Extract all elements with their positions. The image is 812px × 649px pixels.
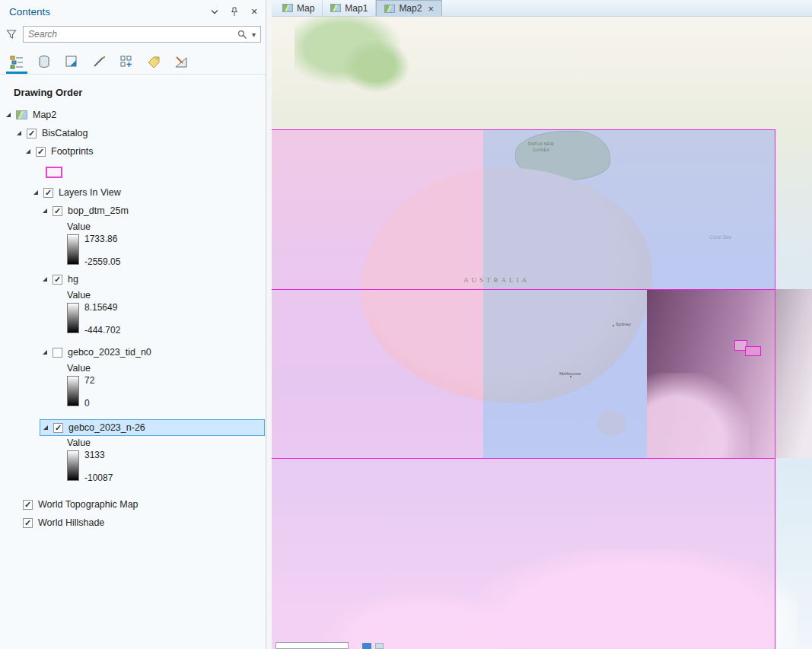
pane-title: Contents xyxy=(9,6,50,17)
color-ramp-block: 1733.86 -2559.05 xyxy=(67,234,266,267)
tree-item-label: BisCatalog xyxy=(42,128,88,138)
filter-icon[interactable] xyxy=(5,29,18,40)
small-footprint-rect xyxy=(745,346,761,356)
tree-item-label: Footprints xyxy=(51,146,94,157)
map-navigation-icon[interactable] xyxy=(375,643,384,649)
grayscale-ramp[interactable] xyxy=(67,234,79,265)
expander-icon[interactable] xyxy=(43,277,47,282)
layer-name: World Topographic Map xyxy=(38,499,139,510)
layer-name: gebco_2023_tid_n0 xyxy=(68,347,151,358)
raster-overlay-pink xyxy=(272,458,775,649)
footprint-symbol-row xyxy=(46,162,266,182)
arcgis-window: Contents × Search ▾ xyxy=(0,0,812,649)
layer-checkbox[interactable]: ✓ xyxy=(53,423,63,433)
expander-icon[interactable] xyxy=(6,113,11,117)
tree-item-label: Layers In View xyxy=(59,187,121,198)
contents-pane: Contents × Search ▾ xyxy=(0,0,266,649)
layer-checkbox[interactable]: ✓ xyxy=(27,129,37,138)
view-tabbar: Map Map1 Map2 × xyxy=(272,0,812,17)
scale-readout[interactable] xyxy=(275,642,349,649)
grayscale-ramp[interactable] xyxy=(67,376,79,406)
layer-checkbox[interactable]: ✓ xyxy=(36,147,46,157)
ramp-max-value: 8.15649 xyxy=(84,302,120,313)
raster-overlay-lavender xyxy=(483,129,775,289)
pin-icon[interactable] xyxy=(229,6,240,17)
search-input[interactable]: Search ▾ xyxy=(23,26,261,43)
value-label: Value xyxy=(67,220,266,234)
grayscale-ramp[interactable] xyxy=(67,303,79,333)
raster-overlay-pink xyxy=(272,129,483,289)
tree-item-biscatalog[interactable]: ✓ BisCatalog xyxy=(0,124,266,142)
map-label-coral-sea: Coral Sea xyxy=(709,234,731,240)
value-label: Value xyxy=(67,436,266,450)
expander-icon[interactable] xyxy=(43,425,48,430)
expander-icon[interactable] xyxy=(26,149,30,154)
ramp-min-value: -10087 xyxy=(84,472,113,483)
tab-map1[interactable]: Map1 xyxy=(323,0,376,16)
color-ramp-block: 3133 -10087 xyxy=(67,450,266,483)
layer-tree: Map2 ✓ BisCatalog ✓ Footprints ✓ Layers … xyxy=(0,106,266,532)
layer-checkbox[interactable] xyxy=(53,348,62,358)
list-by-editing-button[interactable] xyxy=(88,51,110,74)
layer-item-world-hillshade[interactable]: ✓ World Hillshade xyxy=(0,514,266,532)
list-by-labeling-button[interactable] xyxy=(143,51,164,74)
grayscale-ramp[interactable] xyxy=(67,450,79,481)
ramp-min-value: 0 xyxy=(84,398,94,409)
close-pane-icon[interactable]: × xyxy=(249,6,260,17)
map-thumbnail-icon xyxy=(282,4,293,12)
tab-map2[interactable]: Map2 × xyxy=(376,0,442,16)
tree-item-layers-in-view[interactable]: ✓ Layers In View xyxy=(0,183,266,202)
pane-header: Contents × xyxy=(0,0,266,23)
layer-checkbox[interactable]: ✓ xyxy=(23,518,33,528)
contents-toolbar xyxy=(0,47,266,75)
expander-icon[interactable] xyxy=(43,350,47,355)
tree-item-map2[interactable]: Map2 xyxy=(0,106,266,124)
pane-splitter[interactable] xyxy=(266,0,272,649)
layer-item-world-topographic-map[interactable]: ✓ World Topographic Map xyxy=(0,495,266,514)
map-label-papua-new-guinea: PAPUA NEW GUINEA xyxy=(521,142,561,153)
layer-item-hg[interactable]: ✓ hg xyxy=(0,270,266,288)
layer-item-gebco-2023-n-26[interactable]: ✓ gebco_2023_n-26 xyxy=(40,419,265,436)
raster-overlay-pink xyxy=(647,289,775,458)
layer-name: gebco_2023_n-26 xyxy=(68,422,145,433)
ramp-max-value: 72 xyxy=(84,375,94,386)
layer-checkbox[interactable]: ✓ xyxy=(43,188,53,198)
list-by-snapping-button[interactable] xyxy=(116,51,137,74)
search-icon[interactable] xyxy=(237,30,247,40)
tab-label: Map1 xyxy=(345,3,368,14)
layer-checkbox[interactable]: ✓ xyxy=(53,275,62,285)
layer-name: bop_dtm_25m xyxy=(68,205,129,216)
expander-icon[interactable] xyxy=(33,190,38,195)
map-thumbnail-icon xyxy=(384,5,395,13)
layer-checkbox[interactable]: ✓ xyxy=(53,206,62,216)
layer-item-gebco-2023-tid-n0[interactable]: gebco_2023_tid_n0 xyxy=(0,343,266,361)
tree-item-footprints[interactable]: ✓ Footprints xyxy=(0,142,266,161)
map-label-sydney: Sydney xyxy=(616,322,631,326)
expander-icon[interactable] xyxy=(43,208,47,213)
drawing-order-heading: Drawing Order xyxy=(14,87,266,98)
expander-icon[interactable] xyxy=(17,131,21,135)
search-dropdown-icon[interactable]: ▾ xyxy=(252,30,256,39)
footprint-border xyxy=(272,129,775,130)
city-dot xyxy=(613,325,614,326)
list-by-drawing-order-button[interactable] xyxy=(6,51,27,74)
landmass-green-patch xyxy=(342,40,410,93)
footprint-border xyxy=(272,289,775,290)
tab-label: Map2 xyxy=(399,3,422,14)
layer-item-bop-dtm-25m[interactable]: ✓ bop_dtm_25m xyxy=(0,202,266,220)
list-by-perspective-button[interactable] xyxy=(170,51,192,74)
footprint-symbol-swatch[interactable] xyxy=(46,167,62,178)
ramp-min-value: -2559.05 xyxy=(84,256,120,267)
map-thumbnail-icon xyxy=(16,110,27,119)
list-by-selection-button[interactable] xyxy=(61,51,82,74)
color-ramp-block: 72 0 xyxy=(67,375,266,409)
chevron-down-icon[interactable] xyxy=(209,6,220,17)
map-view-container: Map Map1 Map2 × xyxy=(272,0,812,649)
footprint-border xyxy=(272,458,775,459)
layer-checkbox[interactable]: ✓ xyxy=(23,500,33,510)
close-tab-icon[interactable]: × xyxy=(428,4,434,14)
map-canvas[interactable]: AUSTRALIA PAPUA NEW GUINEA Coral Sea Syd… xyxy=(272,17,812,649)
map-navigation-icon[interactable] xyxy=(362,643,371,649)
list-by-data-source-button[interactable] xyxy=(33,51,55,74)
tab-map[interactable]: Map xyxy=(275,0,323,16)
